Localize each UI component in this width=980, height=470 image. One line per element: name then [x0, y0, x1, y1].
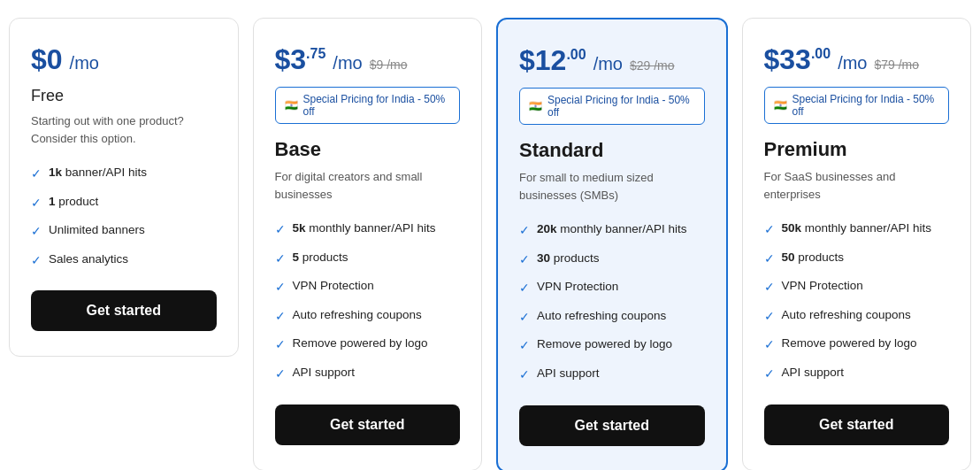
badge-text: Special Pricing for India - 50% off	[547, 94, 695, 119]
check-icon: ✓	[519, 222, 530, 240]
feature-item: ✓ Unlimited banners	[31, 222, 217, 241]
feature-text: API support	[293, 365, 356, 381]
feature-text: 5 products	[293, 250, 348, 266]
feature-text: Remove powered by logo	[537, 336, 672, 353]
price-unit-free: /mo	[70, 53, 99, 73]
feature-text: 5k monthly banner/API hits	[293, 220, 436, 237]
feature-item: ✓ 5 products	[275, 250, 461, 268]
special-badge-premium: 🇮🇳 Special Pricing for India - 50% off	[764, 87, 950, 124]
feature-text: 1k banner/API hits	[49, 165, 147, 181]
plan-card-free: $0 /mo Free Starting out with one produc…	[9, 18, 239, 357]
feature-item: ✓ 20k monthly banner/API hits	[519, 221, 705, 240]
special-badge-standard: 🇮🇳 Special Pricing for India - 50% off	[519, 88, 705, 125]
feature-item: ✓ Remove powered by logo	[519, 336, 705, 355]
feature-item: ✓ Auto refreshing coupons	[519, 308, 705, 327]
price-row-standard: $12.00 /mo $29 /mo	[519, 44, 705, 77]
feature-text: Auto refreshing coupons	[293, 307, 422, 324]
feature-item: ✓ 50 products	[764, 250, 950, 268]
plan-card-standard: $12.00 /mo $29 /mo 🇮🇳 Special Pricing fo…	[496, 18, 728, 470]
price-main-premium: $33.00	[764, 43, 831, 76]
feature-text: API support	[537, 366, 600, 382]
check-icon: ✓	[519, 337, 530, 355]
badge-flag: 🇮🇳	[285, 99, 298, 112]
check-icon: ✓	[275, 336, 286, 354]
feature-text: 20k monthly banner/API hits	[537, 221, 687, 238]
feature-text: 30 products	[537, 250, 600, 267]
feature-text: Remove powered by logo	[782, 335, 917, 352]
feature-item: ✓ 1 product	[31, 194, 217, 212]
check-icon: ✓	[519, 280, 530, 297]
badge-text: Special Pricing for India - 50% off	[303, 93, 451, 118]
feature-item: ✓ Auto refreshing coupons	[764, 307, 950, 326]
price-main-free: $0	[31, 43, 63, 76]
plan-card-premium: $33.00 /mo $79 /mo 🇮🇳 Special Pricing fo…	[742, 18, 972, 470]
feature-item: ✓ VPN Protection	[275, 278, 461, 297]
feature-item: ✓ VPN Protection	[764, 278, 950, 297]
check-icon: ✓	[31, 195, 42, 212]
check-icon: ✓	[764, 250, 775, 268]
feature-text: Auto refreshing coupons	[782, 307, 911, 324]
plan-desc-premium: For SaaS businesses and enterprises	[764, 168, 950, 203]
price-row-free: $0 /mo	[31, 43, 217, 76]
check-icon: ✓	[31, 252, 42, 270]
check-icon: ✓	[275, 366, 286, 383]
check-icon: ✓	[31, 166, 42, 183]
feature-text: API support	[782, 365, 845, 381]
price-row-premium: $33.00 /mo $79 /mo	[764, 43, 950, 76]
check-icon: ✓	[275, 279, 286, 297]
feature-text: 50 products	[782, 250, 845, 266]
check-icon: ✓	[275, 308, 286, 326]
feature-item: ✓ API support	[764, 365, 950, 383]
feature-item: ✓ 1k banner/API hits	[31, 165, 217, 183]
plan-name-base: Base	[275, 138, 461, 161]
get-started-button-free[interactable]: Get started	[31, 290, 217, 331]
price-main-base: $3.75	[275, 43, 326, 76]
get-started-button-base[interactable]: Get started	[275, 405, 461, 445]
check-icon: ✓	[275, 250, 286, 268]
get-started-button-premium[interactable]: Get started	[764, 405, 950, 445]
price-main-standard: $12.00	[519, 44, 586, 77]
feature-item: ✓ Auto refreshing coupons	[275, 307, 461, 326]
check-icon: ✓	[519, 366, 530, 384]
plan-desc-standard: For small to medium sized businesses (SM…	[519, 169, 705, 204]
special-badge-base: 🇮🇳 Special Pricing for India - 50% off	[275, 87, 461, 124]
price-row-base: $3.75 /mo $9 /mo	[275, 43, 461, 76]
price-old-base: $9 /mo	[370, 58, 408, 72]
feature-text: VPN Protection	[293, 278, 374, 295]
features-list-base: ✓ 5k monthly banner/API hits ✓ 5 product…	[275, 220, 461, 383]
plan-desc-base: For digital creators and small businesse…	[275, 168, 461, 203]
feature-text: 50k monthly banner/API hits	[782, 220, 932, 237]
feature-item: ✓ API support	[275, 365, 461, 383]
pricing-container: $0 /mo Free Starting out with one produc…	[9, 18, 971, 470]
badge-flag: 🇮🇳	[529, 100, 542, 112]
check-icon: ✓	[519, 309, 530, 327]
check-icon: ✓	[764, 221, 775, 239]
price-unit-base: /mo	[333, 53, 362, 73]
price-old-premium: $79 /mo	[874, 58, 919, 72]
plan-name-premium: Premium	[764, 138, 950, 161]
plan-desc-free: Starting out with one product? Consider …	[31, 112, 217, 147]
check-icon: ✓	[764, 279, 775, 297]
feature-item: ✓ 30 products	[519, 250, 705, 269]
get-started-button-standard[interactable]: Get started	[519, 405, 705, 446]
check-icon: ✓	[31, 223, 42, 241]
badge-text: Special Pricing for India - 50% off	[792, 93, 940, 118]
feature-text: VPN Protection	[782, 278, 863, 295]
plan-card-base: $3.75 /mo $9 /mo 🇮🇳 Special Pricing for …	[253, 18, 483, 470]
feature-item: ✓ Remove powered by logo	[764, 335, 950, 354]
check-icon: ✓	[519, 251, 530, 269]
features-list-free: ✓ 1k banner/API hits ✓ 1 product ✓ Unlim…	[31, 165, 217, 269]
feature-text: Remove powered by logo	[293, 335, 428, 352]
plan-name-standard: Standard	[519, 139, 705, 162]
feature-text: Unlimited banners	[49, 222, 145, 239]
plan-subtitle-free: Free	[31, 87, 217, 105]
feature-item: ✓ API support	[519, 366, 705, 384]
feature-item: ✓ 50k monthly banner/API hits	[764, 220, 950, 239]
features-list-premium: ✓ 50k monthly banner/API hits ✓ 50 produ…	[764, 220, 950, 383]
feature-text: 1 product	[49, 194, 98, 211]
price-unit-standard: /mo	[593, 54, 623, 74]
check-icon: ✓	[764, 336, 775, 354]
price-old-standard: $29 /mo	[630, 58, 675, 73]
feature-item: ✓ VPN Protection	[519, 279, 705, 297]
feature-item: ✓ Sales analytics	[31, 251, 217, 270]
